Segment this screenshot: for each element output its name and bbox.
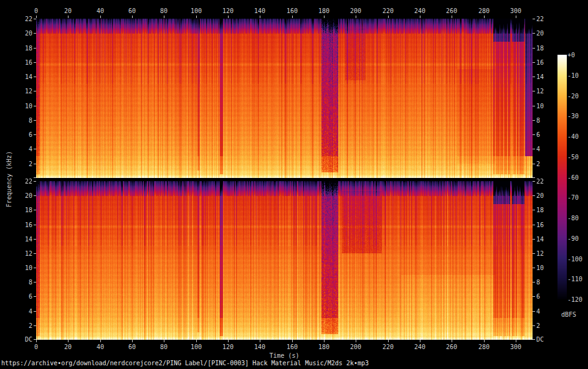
freq-tick-label-left: 4: [17, 145, 32, 153]
time-tick-top: [420, 16, 420, 18]
source-url: https://archive•org/download/nerdcorejco…: [1, 359, 369, 367]
time-tick-label-top: 140: [247, 7, 272, 15]
freq-tick-label-left: 8: [17, 278, 32, 286]
colorbar-tick-label: -90: [567, 235, 579, 243]
time-tick-top: [196, 16, 197, 18]
freq-tick-right: [533, 268, 535, 268]
time-tick-bottom: [388, 340, 389, 342]
freq-tick-left: [34, 177, 36, 178]
time-tick-top: [260, 16, 260, 18]
freq-tick-label-left: 8: [17, 116, 32, 124]
time-tick-label-bottom: 200: [343, 343, 368, 351]
freq-tick-label-right: 16: [536, 58, 544, 67]
time-tick-label-top: 0: [24, 7, 49, 15]
freq-tick-left: [34, 62, 36, 63]
time-tick-bottom: [68, 340, 69, 342]
freq-tick-left: [34, 225, 36, 225]
time-tick-label-top: 20: [55, 7, 80, 15]
freq-tick-label-right: 6: [536, 131, 540, 139]
time-tick-bottom: [100, 340, 101, 342]
freq-tick-right: [533, 120, 535, 121]
time-tick-bottom: [228, 340, 229, 342]
freq-tick-label-left: 10: [17, 102, 32, 110]
freq-tick-label-right: 10: [536, 264, 544, 272]
freq-tick-label-right: 14: [536, 73, 544, 81]
time-tick-top: [292, 16, 293, 18]
freq-tick-label-right: 4: [536, 145, 540, 153]
freq-tick-label-right: 20: [536, 29, 544, 37]
freq-tick-label-left: 18: [17, 44, 32, 52]
freq-tick-left: [34, 106, 36, 106]
time-tick-label-bottom: 0: [24, 343, 49, 351]
time-tick-top: [164, 16, 164, 18]
freq-tick-label-left: 16: [17, 58, 32, 67]
colorbar-tick-label: -120: [567, 296, 582, 304]
freq-tick-label-left: 4: [17, 307, 32, 315]
time-tick-label-top: 300: [503, 7, 528, 15]
freq-tick-right: [533, 296, 535, 297]
freq-tick-label-left: 18: [17, 206, 32, 214]
time-tick-top: [132, 16, 133, 18]
freq-tick-label-right: 22: [536, 15, 544, 23]
freq-tick-left: [34, 210, 36, 210]
time-tick-top: [324, 16, 325, 18]
colorbar-tick-label: -110: [567, 275, 582, 283]
time-tick-label-top: 240: [407, 7, 432, 15]
freq-tick-left: [34, 282, 36, 283]
freq-tick-right: [533, 325, 535, 326]
freq-tick-label-right: 18: [536, 206, 544, 214]
time-tick-label-top: 40: [88, 7, 113, 15]
freq-tick-right: [533, 225, 535, 225]
freq-tick-right: [533, 181, 535, 182]
time-tick-top: [484, 16, 485, 18]
time-tick-label-top: 200: [343, 7, 368, 15]
freq-tick-label-left: 12: [17, 250, 32, 258]
freq-tick-left: [34, 325, 36, 326]
freq-tick-right: [533, 210, 535, 210]
freq-tick-label-left: 22: [17, 15, 32, 23]
freq-tick-label-dc-right: DC: [536, 335, 544, 343]
time-tick-label-bottom: 100: [184, 343, 209, 351]
freq-tick-right: [533, 149, 535, 149]
time-tick-top: [68, 16, 69, 18]
freq-tick-label-right: 2: [536, 160, 540, 168]
time-tick-label-top: 100: [184, 7, 209, 15]
time-tick-label-top: 60: [120, 7, 145, 15]
time-tick-top: [388, 16, 389, 18]
time-tick-label-top: 280: [472, 7, 496, 15]
freq-tick-label-right: 2: [536, 322, 540, 330]
colorbar-gradient: [557, 55, 567, 299]
freq-tick-label-right: 16: [536, 221, 544, 229]
time-tick-bottom: [164, 340, 164, 342]
colorbar-tick-label: -100: [567, 255, 582, 263]
freq-tick-left: [34, 311, 36, 312]
freq-tick-right: [533, 239, 535, 240]
freq-tick-label-left: 2: [17, 322, 32, 330]
colorbar-tick-label: -10: [567, 72, 579, 80]
colorbar-tick-label: -20: [567, 92, 579, 100]
time-tick-label-bottom: 260: [439, 343, 464, 351]
freq-tick-label-right: 22: [536, 177, 544, 185]
colorbar-unit-label: dBFS: [561, 311, 576, 319]
time-tick-label-bottom: 240: [407, 343, 432, 351]
colorbar-tick-label: -80: [567, 214, 579, 222]
freq-tick-left: [34, 268, 36, 268]
freq-tick-right: [533, 134, 535, 135]
freq-tick-label-left: 14: [17, 235, 32, 243]
freq-tick-right: [533, 311, 535, 312]
freq-tick-label-right: 18: [536, 44, 544, 52]
freq-tick-left: [34, 339, 36, 340]
freq-tick-label-right: 20: [536, 192, 544, 200]
freq-tick-label-right: 14: [536, 235, 544, 243]
time-tick-bottom: [484, 340, 485, 342]
freq-tick-label-right: 12: [536, 250, 544, 258]
freq-tick-right: [533, 195, 535, 196]
time-tick-label-top: 260: [439, 7, 464, 15]
freq-tick-right: [533, 19, 535, 19]
time-tick-bottom: [324, 340, 325, 342]
freq-tick-label-dc-left: DC: [17, 335, 32, 343]
freq-tick-left: [34, 181, 36, 182]
freq-tick-label-left: 14: [17, 73, 32, 81]
time-tick-label-top: 160: [280, 7, 305, 15]
colorbar-tick-label: -30: [567, 112, 579, 120]
